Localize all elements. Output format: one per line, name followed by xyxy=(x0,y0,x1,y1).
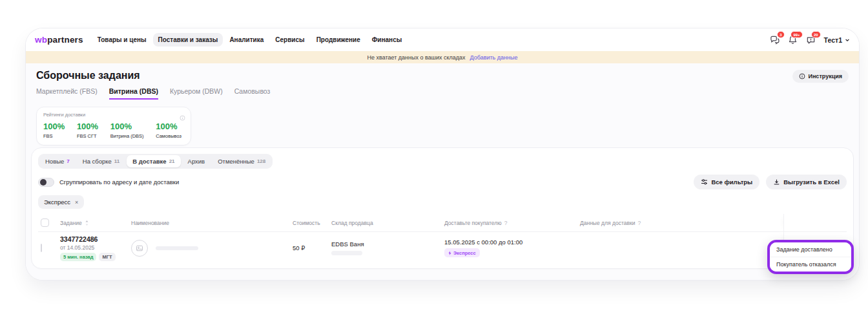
sort-icon xyxy=(85,220,89,226)
status-pill-new-count: 7 xyxy=(67,158,69,164)
page-title: Сборочные задания xyxy=(36,70,140,81)
support-chat-icon[interactable]: 20 xyxy=(806,35,816,45)
ratings-info-icon[interactable] xyxy=(180,112,185,123)
add-data-link[interactable]: Добавить данные xyxy=(470,54,518,61)
header-delivery-data: Данные для доставки? xyxy=(580,215,783,231)
order-cell: 3347722486 от 14.05.2025 5 мин. назад МГ… xyxy=(60,235,131,261)
screenshot: wbpartners Товары и цены Поставки и зака… xyxy=(0,0,868,309)
page-header: Сборочные задания Инструкция xyxy=(36,70,849,83)
toggle-knob xyxy=(40,179,46,186)
blurred-product-name xyxy=(156,246,198,250)
chip-close-icon[interactable]: × xyxy=(75,199,78,206)
group-toggle-label: Сгруппировать по адресу и дате доставки xyxy=(59,178,179,186)
notifications-bell-icon[interactable]: 99+ xyxy=(788,35,798,45)
rating-pickup-label: Самовывоз xyxy=(156,133,181,139)
delivery-ratings-card: Рейтинги доставки 100% FBS 100% FBS СГТ … xyxy=(36,107,191,145)
info-icon xyxy=(799,73,805,80)
top-navbar: wbpartners Товары и цены Поставки и зака… xyxy=(26,28,859,51)
image-icon xyxy=(136,244,143,252)
rating-fbs-sgt-value: 100% xyxy=(77,122,98,131)
export-excel-button[interactable]: Выгрузить в Excel xyxy=(766,175,847,189)
orders-card: Новые7 На сборке11 В доставке21 Архив От… xyxy=(31,147,854,269)
tab-courier-dbw[interactable]: Курьером (DBW) xyxy=(170,87,223,100)
group-by-address-toggle[interactable] xyxy=(38,178,54,187)
rating-stats: 100% FBS 100% FBS СГТ 100% Витрина (DBS)… xyxy=(43,122,184,139)
main-menu: Товары и цены Поставки и заказы Аналитик… xyxy=(92,33,407,47)
app-window: wbpartners Товары и цены Поставки и зака… xyxy=(26,28,859,280)
delivery-cell: 15.05.2025 с 00:00 до 01:00 Экспресс xyxy=(444,239,580,257)
delivery-type-tabs: Маркетплейс (FBS) Витрина (DBS) Курьером… xyxy=(36,87,849,100)
menu-item-buyer-refused[interactable]: Покупатель отказался xyxy=(770,257,851,272)
status-pill-in-delivery[interactable]: В доставке21 xyxy=(127,155,180,167)
nav-item-analytics[interactable]: Аналитика xyxy=(224,33,269,47)
warehouse-cell: EDBS Ваня xyxy=(331,240,444,255)
notifications-badge: 99+ xyxy=(790,31,802,38)
header-name: Наименование xyxy=(131,215,293,231)
table-header: Задание Наименование Стоимость Склад про… xyxy=(38,214,847,232)
price-cell: 50 ₽ xyxy=(293,244,331,251)
status-pill-cancelled[interactable]: Отменённые128 xyxy=(212,155,271,167)
instruction-label: Инструкция xyxy=(808,73,842,80)
wbpartners-logo[interactable]: wbpartners xyxy=(35,35,83,45)
rating-dbs: 100% Витрина (DBS) xyxy=(110,122,144,139)
header-warehouse: Склад продавца xyxy=(331,215,444,231)
active-filters-row: Экспресс × xyxy=(38,195,847,209)
chats-icon[interactable]: 3 xyxy=(770,35,780,45)
support-badge: 20 xyxy=(811,31,821,38)
nav-item-promotion[interactable]: Продвижение xyxy=(311,33,366,47)
status-pill-cancelled-count: 128 xyxy=(257,158,265,164)
status-pill-new[interactable]: Новые7 xyxy=(39,155,76,167)
controls-row: Сгруппировать по адресу и дате доставки … xyxy=(38,175,847,189)
rating-pickup-value: 100% xyxy=(156,122,181,131)
blurred-warehouse-detail xyxy=(331,251,362,255)
product-cell xyxy=(131,240,293,257)
instruction-button[interactable]: Инструкция xyxy=(792,70,849,83)
mgt-badge: МГТ xyxy=(99,253,115,261)
row-checkbox[interactable] xyxy=(41,244,42,252)
menu-item-task-delivered[interactable]: Задание доставлено xyxy=(770,242,851,257)
navbar-right: 3 99+ 20 Тест1 xyxy=(770,35,850,45)
nav-item-supplies-orders[interactable]: Поставки и заказы xyxy=(153,33,223,47)
rating-fbs-sgt-label: FBS СГТ xyxy=(77,133,98,139)
logo-wb: wb xyxy=(35,35,47,45)
rating-fbs-label: FBS xyxy=(43,133,65,139)
rating-pickup: 100% Самовывоз xyxy=(156,122,181,139)
rating-fbs-sgt: 100% FBS СГТ xyxy=(77,122,98,139)
tab-vitrina-dbs[interactable]: Витрина (DBS) xyxy=(109,87,158,100)
header-order[interactable]: Задание xyxy=(60,215,131,231)
order-id[interactable]: 3347722486 xyxy=(60,235,131,243)
download-icon xyxy=(773,178,780,186)
status-filter-pills: Новые7 На сборке11 В доставке21 Архив От… xyxy=(38,154,273,169)
product-image-placeholder xyxy=(131,240,148,257)
help-icon[interactable]: ? xyxy=(504,220,508,226)
ratings-title: Рейтинги доставки xyxy=(43,112,184,118)
delivery-time: 15.05.2025 с 00:00 до 01:00 xyxy=(444,239,580,246)
nav-item-goods[interactable]: Товары и цены xyxy=(92,33,152,47)
chevron-down-icon xyxy=(845,37,850,43)
account-name: Тест1 xyxy=(824,36,842,44)
status-pill-assembling[interactable]: На сборке11 xyxy=(77,155,126,167)
help-icon[interactable]: ? xyxy=(637,220,641,226)
chats-badge: 3 xyxy=(777,31,784,38)
header-actions xyxy=(783,214,847,231)
lightning-icon xyxy=(448,251,451,255)
all-filters-button[interactable]: Все фильтры xyxy=(694,175,760,189)
nav-item-finance[interactable]: Финансы xyxy=(367,33,407,47)
express-filter-chip[interactable]: Экспресс × xyxy=(38,195,84,209)
status-pill-assembling-count: 11 xyxy=(114,158,119,164)
control-buttons: Все фильтры Выгрузить в Excel xyxy=(694,175,847,189)
warehouse-name: EDBS Ваня xyxy=(331,240,444,248)
select-all-checkbox[interactable] xyxy=(41,218,49,227)
rating-dbs-label: Витрина (DBS) xyxy=(110,133,144,139)
nav-item-services[interactable]: Сервисы xyxy=(270,33,309,47)
time-ago-badge: 5 мин. назад xyxy=(60,253,96,261)
status-pill-in-delivery-count: 21 xyxy=(169,158,175,164)
tab-marketplace-fbs[interactable]: Маркетплейс (FBS) xyxy=(36,87,98,100)
order-row[interactable]: 3347722486 от 14.05.2025 5 мин. назад МГ… xyxy=(38,232,847,264)
status-pill-archive[interactable]: Архив xyxy=(182,155,211,167)
account-menu[interactable]: Тест1 xyxy=(824,36,850,44)
logo-partners: partners xyxy=(47,35,83,45)
header-deliver-to: Доставьте покупателю? xyxy=(444,215,580,231)
warehouse-warning-banner: Не хватает данных о ваших складах Добави… xyxy=(26,51,859,63)
tab-pickup[interactable]: Самовывоз xyxy=(234,87,271,100)
